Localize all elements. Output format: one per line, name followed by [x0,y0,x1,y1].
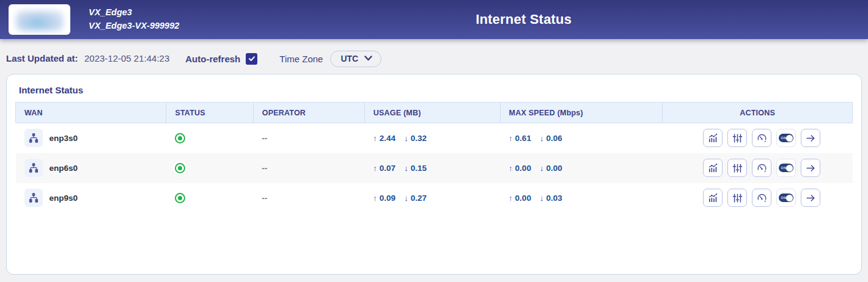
usage-upload-value: 2.44 [380,134,395,143]
sliders-icon [732,163,743,173]
speed-upload-value: 0.00 [515,193,531,203]
speed-test-button[interactable] [752,129,771,147]
timezone-group: Time Zone UTC [279,51,381,67]
usage-cell: ↑ 0.09 ↓ 0.27 [373,193,500,203]
column-usage: USAGE (MB) [364,103,500,123]
toggle-knob [786,195,793,201]
usage-cell: ↑ 0.07 ↓ 0.15 [373,164,500,173]
analytics-button[interactable] [703,189,723,207]
toggle-knob [786,165,793,172]
sliders-icon [732,193,743,203]
auto-refresh-checkbox[interactable] [246,53,257,65]
wan-enable-toggle-button[interactable]: ON [776,189,796,207]
timezone-label: Time Zone [279,54,323,64]
wan-details-button[interactable] [801,189,820,207]
bandwidth-settings-button[interactable] [727,159,747,177]
column-actions: ACTIONS [663,103,853,123]
actions-cell: ON [671,189,853,207]
speedometer-gauge-icon [757,163,767,173]
timezone-value: UTC [340,54,358,63]
table-row: enp6s0 -- ↑ 0.07 ↓ 0.15 ↑ 0.00 [16,153,853,183]
download-arrow-icon: ↓ [540,164,544,173]
upload-arrow-icon: ↑ [373,164,377,173]
arrow-right-icon [806,193,816,203]
wan-cell: enp9s0 [24,189,166,207]
operator-value: -- [262,193,267,203]
arrow-right-icon [806,133,816,143]
toggle-on-icon: ON [779,193,793,202]
network-sitemap-icon [24,189,43,207]
column-status: STATUS [166,103,253,123]
wan-name: enp9s0 [50,193,78,203]
upload-arrow-icon: ↑ [509,164,513,173]
wan-cell: enp3s0 [24,129,166,147]
column-wan: WAN [16,103,166,123]
speed-download-value: 0.00 [546,164,562,173]
usage-download-value: 0.27 [411,193,427,203]
max-speed-cell: ↑ 0.00 ↓ 0.00 [509,164,663,173]
app-header: VX_Edge3 VX_Edge3-VX-999992 Internet Sta… [0,0,868,39]
download-arrow-icon: ↓ [540,134,544,143]
status-indicator [175,193,185,203]
bandwidth-settings-button[interactable] [727,129,747,147]
speed-download-value: 0.06 [546,134,562,143]
status-indicator [175,133,185,143]
download-arrow-icon: ↓ [540,193,544,203]
last-updated: Last Updated at: 2023-12-05 21:44:23 [6,53,169,64]
column-operator: OPERATOR [253,103,364,123]
analytics-chart-icon [708,163,718,173]
download-arrow-icon: ↓ [404,134,408,143]
upload-arrow-icon: ↑ [373,193,377,203]
status-indicator [175,163,185,173]
max-speed-cell: ↑ 0.61 ↓ 0.06 [509,134,663,143]
wan-enable-toggle-button[interactable]: ON [776,129,796,147]
usage-download-value: 0.32 [411,134,427,143]
operator-value: -- [262,134,267,143]
bandwidth-settings-button[interactable] [727,189,747,207]
chevron-down-icon [364,56,372,61]
usage-upload-value: 0.07 [380,164,395,173]
timezone-select[interactable]: UTC [330,51,381,67]
toggle-on-icon: ON [779,134,793,142]
wan-details-button[interactable] [801,129,820,147]
usage-cell: ↑ 2.44 ↓ 0.32 [373,134,500,143]
wan-name: enp3s0 [50,134,78,143]
max-speed-cell: ↑ 0.00 ↓ 0.03 [509,193,663,203]
speedometer-gauge-icon [757,133,767,143]
usage-upload-value: 0.09 [380,193,395,203]
wan-cell: enp6s0 [24,159,166,177]
auto-refresh-label: Auto-refresh [185,54,240,64]
network-sitemap-icon [24,129,43,147]
brand-logo-image [16,10,64,31]
wan-name: enp6s0 [50,164,78,173]
speedometer-gauge-icon [757,193,767,203]
toggle-knob [786,135,793,142]
speed-test-button[interactable] [752,159,771,177]
usage-download-value: 0.15 [411,164,427,173]
wan-details-button[interactable] [801,159,820,177]
speed-upload-value: 0.00 [515,164,531,173]
analytics-chart-icon [708,133,718,143]
actions-cell: ON [671,129,853,147]
device-info: VX_Edge3 VX_Edge3-VX-999992 [89,6,179,33]
analytics-button[interactable] [703,129,723,147]
upload-arrow-icon: ↑ [509,134,513,143]
download-arrow-icon: ↓ [404,164,408,173]
auto-refresh-group: Auto-refresh [185,53,257,65]
actions-cell: ON [671,159,853,177]
sliders-icon [732,133,743,143]
device-name: VX_Edge3 [89,6,179,20]
device-id: VX_Edge3-VX-999992 [89,20,179,33]
page-title: Internet Status [476,12,572,27]
upload-arrow-icon: ↑ [373,134,377,143]
analytics-button[interactable] [703,159,723,177]
wan-enable-toggle-button[interactable]: ON [776,159,796,177]
speed-test-button[interactable] [752,189,771,207]
check-icon [248,55,256,62]
header-title-wrap: Internet Status [179,12,868,27]
column-max-speed: MAX SPEED (Mbps) [500,103,663,123]
internet-status-panel: Internet Status WAN STATUS OPERATOR USAG… [6,74,862,275]
table-row: enp3s0 -- ↑ 2.44 ↓ 0.32 ↑ 0.61 [16,123,853,153]
operator-value: -- [262,164,267,173]
table-header: WAN STATUS OPERATOR USAGE (MB) MAX SPEED… [16,103,853,123]
